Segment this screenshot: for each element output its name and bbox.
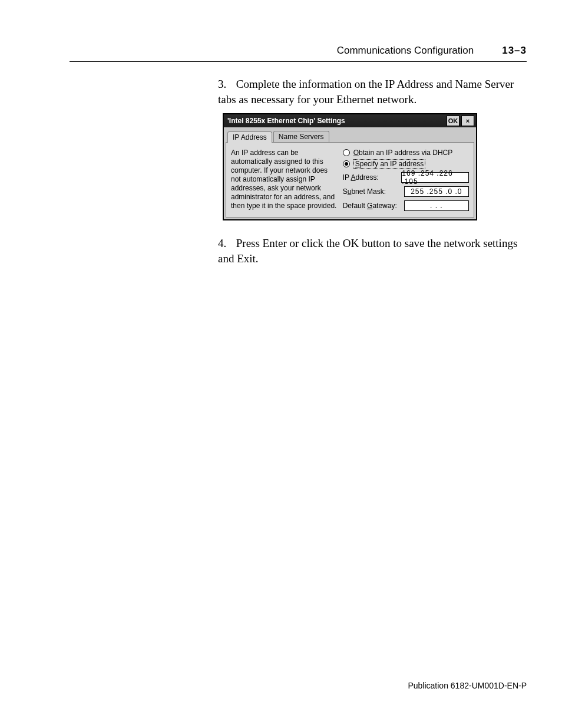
step-3: 3. Complete the information on the IP Ad…: [218, 77, 527, 107]
step-4: 4. Press Enter or click the OK button to…: [218, 236, 527, 266]
radio-specify-indicator: [343, 160, 350, 167]
tab-ip-address[interactable]: IP Address: [227, 131, 272, 143]
tab-panel-ip: An IP address can be automatically assig…: [226, 142, 474, 218]
page-number: 13–3: [502, 45, 527, 57]
field-ip-address: IP Address: 169 .254 .226 .105: [343, 172, 469, 183]
dialog-title: 'Intel 8255x Ethernet Chip' Settings: [224, 117, 447, 125]
default-gateway-input[interactable]: . . .: [404, 200, 469, 211]
radio-dhcp-indicator: [343, 149, 350, 156]
ip-address-label: IP Address:: [343, 173, 397, 182]
radio-dhcp-label: Obtain an IP address via DHCP: [353, 149, 453, 157]
field-subnet-mask: Subnet Mask: 255 .255 .0 .0: [343, 186, 469, 197]
section-title: Communications Configuration: [337, 45, 474, 57]
tab-name-servers[interactable]: Name Servers: [273, 131, 329, 142]
ip-address-input[interactable]: 169 .254 .226 .105: [401, 172, 469, 183]
ok-button[interactable]: OK: [447, 116, 459, 126]
settings-dialog: 'Intel 8255x Ethernet Chip' Settings OK …: [223, 113, 477, 220]
help-text: An IP address can be automatically assig…: [231, 149, 338, 211]
subnet-mask-label: Subnet Mask:: [343, 187, 399, 196]
step-4-number: 4.: [218, 236, 233, 251]
tab-strip: IP Address Name Servers: [224, 127, 476, 142]
radio-specify-label: Specify an IP address: [353, 159, 426, 169]
step-4-text: Press Enter or click the OK button to sa…: [218, 237, 517, 265]
field-default-gateway: Default Gateway: . . .: [343, 200, 469, 211]
header-rule: [70, 61, 527, 62]
radio-specify[interactable]: Specify an IP address: [343, 159, 469, 169]
step-3-number: 3.: [218, 77, 233, 92]
close-button[interactable]: ×: [461, 116, 474, 126]
step-3-text: Complete the information on the IP Addre…: [218, 78, 514, 106]
radio-dhcp[interactable]: Obtain an IP address via DHCP: [343, 149, 469, 157]
running-header: Communications Configuration 13–3: [70, 45, 527, 62]
subnet-mask-input[interactable]: 255 .255 .0 .0: [404, 186, 469, 197]
dialog-titlebar: 'Intel 8255x Ethernet Chip' Settings OK …: [224, 114, 476, 127]
default-gateway-label: Default Gateway:: [343, 202, 399, 210]
publication-footer: Publication 6182-UM001D-EN-P: [408, 681, 527, 690]
